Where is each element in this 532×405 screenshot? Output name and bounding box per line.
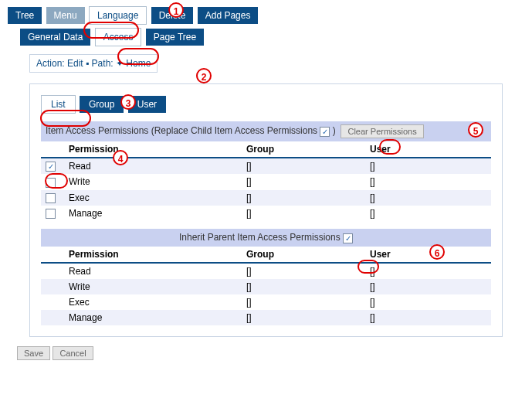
perm-write-group: [] (242, 174, 365, 189)
top-tabbar: Tree Menu Language Delete Add Pages (8, 6, 526, 25)
section2-title: Inherit Parent Item Access Permissions (179, 232, 341, 243)
perm-exec-label: Exec (64, 190, 242, 206)
tab-add-pages[interactable]: Add Pages (198, 7, 259, 24)
inh-manage-group: [] (242, 310, 365, 325)
col2-user: User (365, 247, 491, 263)
perm-read-user: [] (365, 158, 491, 174)
perm-exec-user: [] (365, 190, 491, 206)
perm-exec-group: [] (242, 190, 365, 206)
inh-read-label: Read (64, 263, 242, 279)
inherit-parent-checkbox[interactable]: ✓ (343, 233, 353, 243)
col-permission: Permission (64, 141, 242, 158)
perm-read-checkbox[interactable]: ✓ (46, 162, 56, 172)
perm-manage-user: [] (365, 206, 491, 221)
inh-read-group: [] (242, 263, 365, 279)
perm-write-label: Write (64, 174, 242, 189)
tab-language[interactable]: Language (89, 6, 147, 25)
permission-scope-tabs: List Group User (41, 95, 491, 114)
perm-read-group: [] (242, 158, 365, 174)
save-button[interactable]: Save (17, 346, 50, 360)
subtab-group[interactable]: Group (80, 96, 124, 113)
inh-read-user: [] (365, 263, 491, 279)
perm-manage-label: Manage (64, 206, 242, 221)
inh-exec-label: Exec (64, 294, 242, 310)
inh-write-user: [] (365, 279, 491, 294)
perm-write-user: [] (365, 174, 491, 189)
permissions-table: Item Access Permissions (Replace Child I… (41, 121, 491, 325)
tab-access[interactable]: Access (95, 28, 142, 46)
inh-write-label: Write (64, 279, 242, 294)
inh-manage-label: Manage (64, 310, 242, 325)
subtab-user[interactable]: User (128, 96, 166, 113)
tab-page-tree[interactable]: Page Tree (146, 29, 204, 46)
col2-group: Group (242, 247, 365, 263)
content-panel: List Group User Item Access Permissions … (29, 83, 503, 337)
perm-write-checkbox[interactable] (46, 178, 56, 188)
col-group: Group (242, 141, 365, 158)
sub-tabbar: General Data Access Page Tree (20, 28, 526, 46)
inh-exec-user: [] (365, 294, 491, 310)
tab-general-data[interactable]: General Data (20, 29, 90, 46)
tab-delete[interactable]: Delete (151, 7, 194, 24)
col-user: User (365, 141, 491, 158)
inh-write-group: [] (242, 279, 365, 294)
tab-menu[interactable]: Menu (46, 7, 85, 24)
inh-exec-group: [] (242, 294, 365, 310)
annotation-2: 2 (196, 68, 212, 83)
perm-exec-checkbox[interactable] (46, 193, 56, 203)
replace-child-checkbox[interactable]: ✓ (320, 127, 330, 137)
perm-read-label: Read (64, 158, 242, 174)
inh-manage-user: [] (365, 310, 491, 325)
breadcrumb: Action: Edit ▪ Path: ✦ Home (29, 54, 158, 73)
tab-tree[interactable]: Tree (8, 7, 42, 24)
col2-permission: Permission (64, 247, 242, 263)
perm-manage-group: [] (242, 206, 365, 221)
clear-permissions-button[interactable]: Clear Permissions (341, 124, 423, 138)
section1-title: Item Access Permissions (Replace Child I… (46, 125, 317, 136)
subtab-list[interactable]: List (41, 95, 76, 114)
perm-manage-checkbox[interactable] (46, 209, 56, 219)
cancel-button[interactable]: Cancel (53, 346, 93, 360)
